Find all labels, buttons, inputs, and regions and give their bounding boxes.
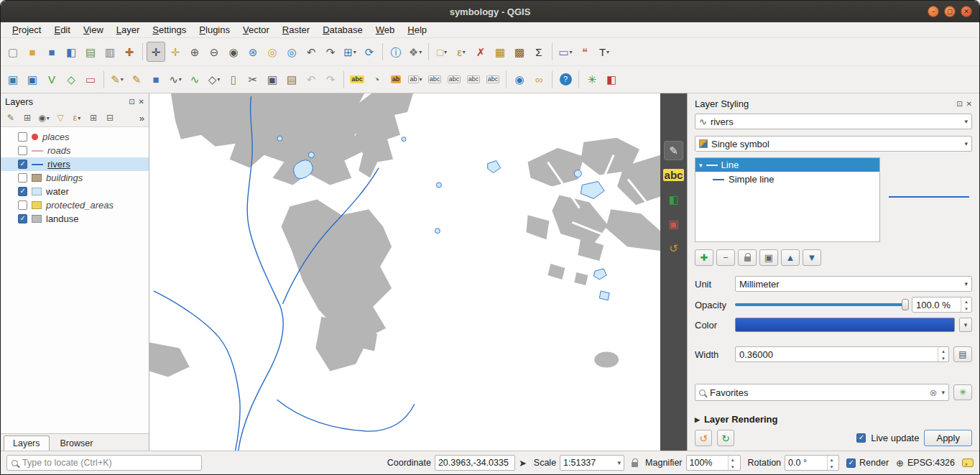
layer-visibility-checkbox[interactable] [18, 173, 27, 183]
select-features-button[interactable]: □▾ [433, 42, 451, 62]
layer-rendering-section[interactable]: ▶ Layer Rendering [695, 414, 972, 425]
menu-view[interactable]: View [78, 23, 109, 37]
scale-lock-icon[interactable] [632, 462, 638, 467]
layer-item-landuse[interactable]: landuse [1, 212, 149, 226]
open-attribute-table-button[interactable]: ▦ [491, 42, 509, 62]
show-layout-manager-button[interactable]: ▥ [101, 42, 119, 62]
label-toolbar-button[interactable]: ab [387, 70, 405, 90]
project-save-button[interactable]: ■ [42, 42, 61, 62]
locator-search[interactable] [6, 455, 202, 471]
refresh-map-button[interactable]: ⟳ [360, 42, 379, 62]
vertex-tool-button[interactable]: ◇▾ [205, 70, 223, 90]
clear-icon[interactable]: ⊗ [930, 387, 938, 398]
field-calculator-button[interactable]: ▩ [510, 42, 529, 62]
remove-symbol-layer-button[interactable]: − [716, 249, 735, 266]
new-shapefile-layer-button[interactable]: V [42, 70, 61, 90]
select-by-expression-button[interactable]: ε▾ [452, 42, 471, 62]
rotate-label-button[interactable]: abc [464, 70, 483, 90]
lock-symbol-layer-button[interactable] [738, 249, 757, 266]
metasearch-button[interactable]: ◉ [510, 70, 529, 90]
project-new-button[interactable]: ▢ [4, 42, 22, 62]
redo-button[interactable]: ↷ [321, 70, 340, 90]
style-manager-button[interactable]: ✚ [120, 42, 139, 62]
dock-panel-icon[interactable]: ⊡ [129, 98, 134, 106]
python-console-button[interactable]: ∞ [530, 70, 548, 90]
opacity-slider[interactable] [735, 303, 907, 306]
zoom-to-layer-button[interactable]: ◎ [282, 42, 301, 62]
menu-plugins[interactable]: Plugins [193, 23, 236, 37]
close-panel-icon[interactable]: ✕ [966, 100, 972, 108]
current-edits-button[interactable]: ✎▾ [108, 70, 126, 90]
project-save-as-button[interactable]: ◧ [62, 42, 80, 62]
minimize-button[interactable]: − [928, 6, 939, 17]
paste-features-button[interactable]: ▤ [282, 70, 301, 90]
coordinate-input[interactable] [438, 458, 512, 468]
symbol-search-box[interactable]: Favorites ⊗ ▾ [695, 384, 949, 401]
layer-labeling-options-button[interactable]: abc [348, 70, 366, 90]
menu-vector[interactable]: Vector [237, 23, 275, 37]
magnifier-input[interactable] [690, 458, 729, 468]
undo-button[interactable]: ↶ [302, 70, 320, 90]
dock-panel-icon[interactable]: ⊡ [956, 100, 962, 108]
new-geopackage-layer-button[interactable]: ◇ [62, 70, 80, 90]
zoom-to-selection-button[interactable]: ◎ [263, 42, 282, 62]
filter-by-expression-button[interactable]: ε▾ [69, 110, 85, 126]
new-map-view-button[interactable]: ⊞▾ [341, 42, 359, 62]
statistical-summary-button[interactable]: Σ [530, 42, 548, 62]
move-label-button[interactable]: abc [445, 70, 463, 90]
redo-style-button[interactable]: ↻ [717, 430, 734, 446]
crs-group[interactable]: ⊕ EPSG:4326 [896, 458, 955, 469]
identify-features-button[interactable]: ⓘ [387, 42, 405, 62]
style-manager-button[interactable]: ✳ [953, 384, 972, 400]
layer-visibility-checkbox[interactable] [18, 200, 27, 210]
layer-item-water[interactable]: water [1, 185, 149, 198]
magnifier-spinbox[interactable]: ▴ ▾ [686, 455, 741, 471]
layer-visibility-checkbox[interactable] [18, 187, 27, 196]
add-spatialite-layer-button[interactable]: ▣ [4, 70, 22, 90]
map-tips-button[interactable]: ❝ [575, 42, 594, 62]
spin-down-button[interactable]: ▾ [729, 463, 736, 470]
highlight-pinned-labels-button[interactable]: abc [425, 70, 444, 90]
tab-layers[interactable]: Layers [4, 435, 50, 451]
render-checkbox[interactable] [846, 458, 856, 468]
renderer-selector[interactable]: Single symbol ▾ [695, 136, 972, 152]
collapse-all-button[interactable]: ⊟ [102, 110, 118, 126]
layer-item-protected_areas[interactable]: protected_areas [1, 198, 149, 212]
zoom-out-button[interactable]: ⊖ [205, 42, 223, 62]
expand-all-button[interactable]: ⊞ [85, 110, 101, 126]
coordinate-box[interactable] [435, 455, 515, 471]
add-line-feature-button[interactable]: ∿ [185, 70, 204, 90]
scale-input[interactable] [563, 458, 617, 468]
coordinate-display-toggle-icon[interactable]: ➤ [519, 458, 527, 469]
layer-visibility-checkbox[interactable] [18, 146, 27, 155]
add-symbol-layer-button[interactable]: ✚ [695, 249, 713, 266]
pan-to-selection-button[interactable]: ✛ [166, 42, 185, 62]
apply-button[interactable]: Apply [924, 430, 972, 446]
layer-item-rivers[interactable]: rivers [1, 157, 149, 171]
menu-project[interactable]: Project [6, 23, 47, 37]
labels-tab-button[interactable]: abc [662, 165, 685, 185]
filter-legend-button[interactable]: ▽ [52, 110, 68, 126]
symbol-tree-child-row[interactable]: Simple line [695, 172, 879, 186]
locator-input[interactable] [22, 458, 197, 468]
topology-checker-button[interactable]: ◧ [602, 70, 621, 90]
close-button[interactable]: ✕ [961, 6, 972, 17]
menu-settings[interactable]: Settings [147, 23, 192, 37]
rotation-input[interactable] [788, 458, 827, 468]
pan-map-button[interactable]: ✛ [147, 42, 165, 62]
layer-visibility-checkbox[interactable] [18, 132, 27, 142]
cut-features-button[interactable]: ✂ [244, 70, 262, 90]
map-canvas[interactable] [149, 93, 660, 451]
trash-selected-button[interactable]: ▯ [224, 70, 243, 90]
change-label-properties-button[interactable]: abc [484, 70, 502, 90]
spin-down-button[interactable]: ▾ [828, 463, 836, 470]
zoom-next-button[interactable]: ↷ [321, 42, 340, 62]
color-button[interactable] [735, 318, 955, 332]
live-update-checkbox[interactable] [856, 433, 866, 443]
menu-edit[interactable]: Edit [48, 23, 75, 37]
zoom-native-button[interactable]: ◉ [224, 42, 243, 62]
unit-selector[interactable]: Millimeter ▾ [735, 276, 972, 292]
diagrams-tab-button[interactable]: ◧ [664, 190, 683, 209]
project-open-button[interactable]: ■ [23, 42, 42, 62]
move-symbol-down-button[interactable]: ▼ [803, 249, 821, 266]
